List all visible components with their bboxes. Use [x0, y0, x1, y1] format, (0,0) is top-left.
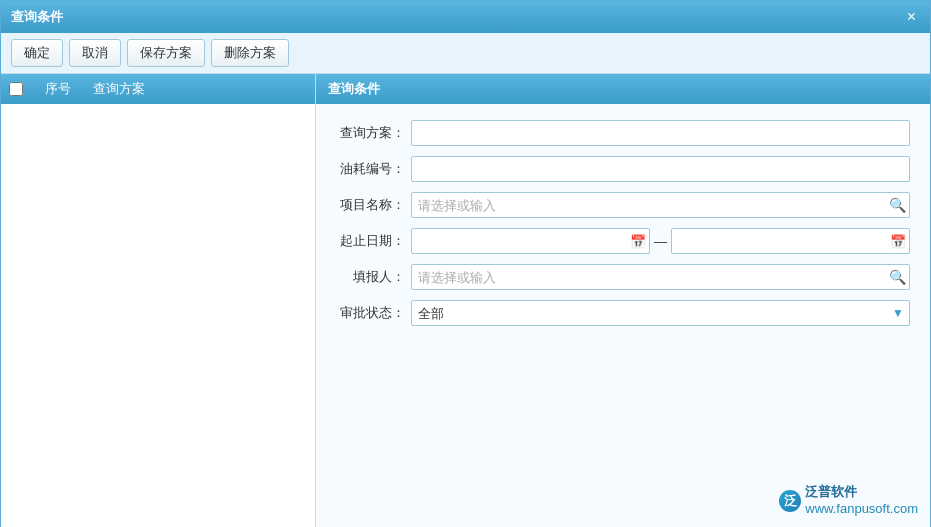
cancel-button[interactable]: 取消 — [69, 39, 121, 67]
project-row: 项目名称： 🔍 — [336, 192, 910, 218]
right-panel-header: 查询条件 — [316, 74, 930, 104]
close-button[interactable]: × — [903, 8, 920, 26]
select-all-checkbox[interactable] — [9, 82, 23, 96]
reporter-row: 填报人： 🔍 — [336, 264, 910, 290]
left-panel: 序号 查询方案 — [1, 74, 316, 527]
scheme-input[interactable] — [411, 120, 910, 146]
confirm-button[interactable]: 确定 — [11, 39, 63, 67]
watermark: 泛 泛普软件 www.fanpusoft.com — [779, 484, 918, 518]
toolbar: 确定 取消 保存方案 删除方案 — [1, 33, 930, 74]
date-start-wrap: 📅 — [411, 228, 650, 254]
date-range-wrap: 📅 — 📅 — [411, 228, 910, 254]
calendar-start-icon[interactable]: 📅 — [630, 234, 646, 249]
project-search-icon[interactable]: 🔍 — [889, 197, 906, 213]
reporter-search-icon[interactable]: 🔍 — [889, 269, 906, 285]
watermark-brand: 泛普软件 — [805, 484, 918, 501]
project-label: 项目名称： — [336, 196, 411, 214]
date-separator: — — [654, 234, 667, 249]
status-row: 审批状态： 全部 待审批 已审批 已拒绝 ▼ — [336, 300, 910, 326]
scheme-list — [1, 104, 315, 304]
right-panel: 查询条件 查询方案： 油耗编号： 项目名称： 🔍 — [316, 74, 930, 527]
reporter-input[interactable] — [411, 264, 910, 290]
delete-scheme-button[interactable]: 删除方案 — [211, 39, 289, 67]
main-content: 序号 查询方案 查询条件 查询方案： 油耗编号： — [1, 74, 930, 527]
date-start-input[interactable] — [411, 228, 650, 254]
save-scheme-button[interactable]: 保存方案 — [127, 39, 205, 67]
project-input[interactable] — [411, 192, 910, 218]
project-input-wrap: 🔍 — [411, 192, 910, 218]
date-end-wrap: 📅 — [671, 228, 910, 254]
fuel-label: 油耗编号： — [336, 160, 411, 178]
watermark-url: www.fanpusoft.com — [805, 501, 918, 518]
date-end-input[interactable] — [671, 228, 910, 254]
calendar-end-icon[interactable]: 📅 — [890, 234, 906, 249]
status-label: 审批状态： — [336, 304, 411, 322]
scheme-label: 查询方案： — [336, 124, 411, 142]
reporter-label: 填报人： — [336, 268, 411, 286]
col-header-index: 序号 — [33, 80, 83, 98]
status-select[interactable]: 全部 待审批 已审批 已拒绝 — [411, 300, 910, 326]
query-form: 查询方案： 油耗编号： 项目名称： 🔍 — [316, 104, 930, 352]
scheme-row: 查询方案： — [336, 120, 910, 146]
reporter-input-wrap: 🔍 — [411, 264, 910, 290]
dialog-title: 查询条件 — [11, 8, 63, 26]
left-panel-header: 序号 查询方案 — [1, 74, 315, 104]
right-panel-title: 查询条件 — [328, 80, 380, 98]
date-row: 起止日期： 📅 — 📅 — [336, 228, 910, 254]
watermark-text-block: 泛普软件 www.fanpusoft.com — [805, 484, 918, 518]
col-header-scheme: 查询方案 — [93, 80, 145, 98]
fuel-input[interactable] — [411, 156, 910, 182]
date-label: 起止日期： — [336, 232, 411, 250]
title-bar: 查询条件 × — [1, 1, 930, 33]
fuel-row: 油耗编号： — [336, 156, 910, 182]
watermark-logo: 泛 — [779, 490, 801, 512]
watermark-icon: 泛 — [784, 492, 797, 510]
status-select-wrap: 全部 待审批 已审批 已拒绝 ▼ — [411, 300, 910, 326]
dialog-wrapper: 查询条件 × 确定 取消 保存方案 删除方案 序号 查询方案 查询条件 — [0, 0, 931, 527]
